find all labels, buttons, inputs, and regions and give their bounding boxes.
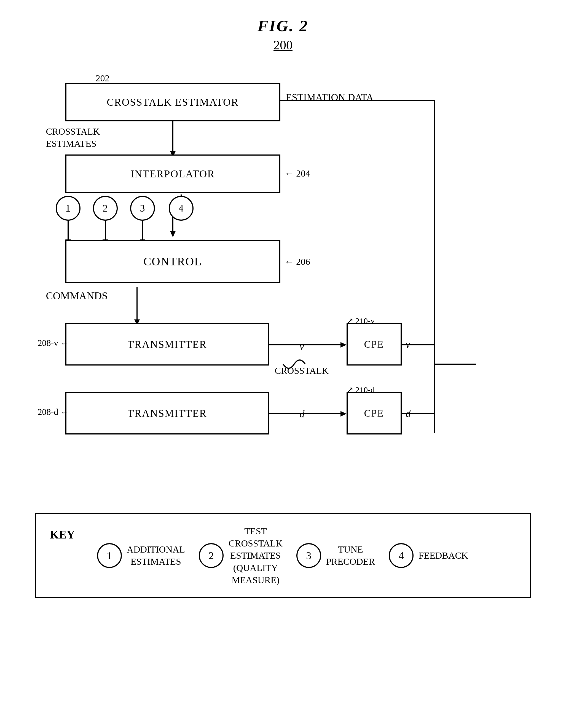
diagram-area: CROSSTALK ESTIMATOR 202 ESTIMATION DATA … xyxy=(35,69,531,497)
cpe-v-box: CPE xyxy=(346,323,402,366)
key-circle-2: 2 xyxy=(199,543,224,568)
ref-206: ← 206 xyxy=(284,257,310,267)
ref-210v: ↗ 210-v xyxy=(346,316,375,326)
key-circle-3: 3 xyxy=(296,543,321,568)
d-side-label: d xyxy=(406,408,411,419)
d-line-label: d xyxy=(300,408,304,420)
circle-3: 3 xyxy=(130,196,155,221)
commands-label: COMMANDS xyxy=(46,290,108,302)
circle-2: 2 xyxy=(93,196,118,221)
circle-4: 4 xyxy=(169,196,194,221)
key-item-3: 3 TUNEPRECODER xyxy=(296,543,375,568)
ref-202: 202 xyxy=(96,73,110,84)
key-item-4: 4 FEEDBACK xyxy=(389,543,468,568)
ref-204: ← 204 xyxy=(284,168,310,179)
key-label: KEY xyxy=(50,528,75,541)
crosstalk-estimator-box: CROSSTALK ESTIMATOR xyxy=(65,83,281,121)
key-text-3: TUNEPRECODER xyxy=(326,543,375,568)
ref-208v: 208-v ← xyxy=(38,338,68,348)
interpolator-box: INTERPOLATOR xyxy=(65,154,281,193)
key-circle-4: 4 xyxy=(389,543,413,568)
svg-marker-20 xyxy=(340,411,346,417)
key-text-1: ADDITIONALESTIMATES xyxy=(127,543,185,568)
key-item-2: 2 TESTCROSSTALKESTIMATES(QUALITYMEASURE) xyxy=(199,525,283,586)
crosstalk-label: CROSSTALK xyxy=(275,366,329,376)
key-section: KEY 1 ADDITIONALESTIMATES 2 TESTCROSSTAL… xyxy=(35,513,531,598)
figure-number: 200 xyxy=(22,38,544,52)
figure-title: FIG. 2 xyxy=(22,17,544,35)
ref-208d: 208-d ← xyxy=(38,407,68,417)
v-side-label: v xyxy=(406,339,410,350)
svg-marker-6 xyxy=(170,231,176,237)
page-container: FIG. 2 200 xyxy=(0,0,566,728)
key-text-2: TESTCROSSTALKESTIMATES(QUALITYMEASURE) xyxy=(229,525,283,586)
svg-marker-18 xyxy=(340,342,346,348)
key-text-4: FEEDBACK xyxy=(418,550,468,562)
transmitter-d-box: TRANSMITTER xyxy=(65,392,270,434)
v-line-label: v xyxy=(300,341,304,352)
circle-1: 1 xyxy=(56,196,81,221)
cpe-d-box: CPE xyxy=(346,392,402,434)
estimation-data-label: ESTIMATION DATA xyxy=(286,92,373,103)
control-box: CONTROL xyxy=(65,240,281,283)
key-items: 1 ADDITIONALESTIMATES 2 TESTCROSSTALKEST… xyxy=(97,525,516,586)
ref-210d: ↗ 210-d xyxy=(346,385,375,394)
crosstalk-estimates-label: CROSSTALKESTIMATES xyxy=(46,126,100,150)
key-item-1: 1 ADDITIONALESTIMATES xyxy=(97,543,185,568)
transmitter-v-box: TRANSMITTER xyxy=(65,323,270,366)
key-circle-1: 1 xyxy=(97,543,122,568)
